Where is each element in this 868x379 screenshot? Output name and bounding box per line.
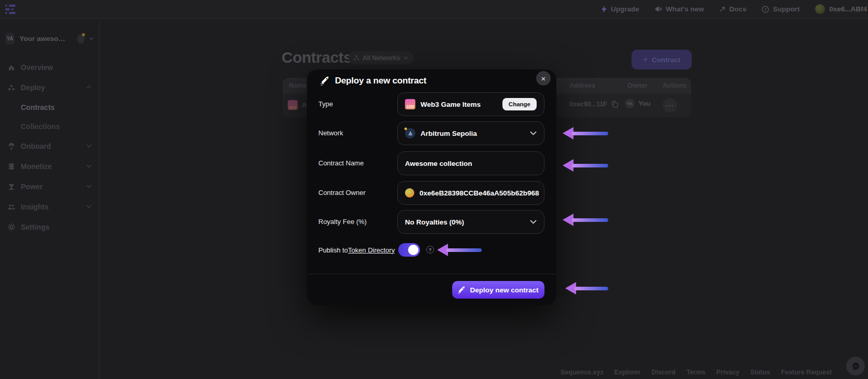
sidebar-item-label: Deploy xyxy=(21,83,45,92)
arbitrum-sepolia-icon xyxy=(405,128,415,138)
contract-owner-label: Contract Owner xyxy=(318,181,394,205)
chevron-down-icon xyxy=(86,205,92,208)
owner-avatar-icon xyxy=(405,188,414,198)
sidebar-item-label: Onboard xyxy=(21,142,51,150)
chevron-down-icon xyxy=(530,131,537,135)
chat-widget-button[interactable] xyxy=(846,357,865,375)
sidebar-item-label: Power xyxy=(21,183,43,191)
whats-new-label: What's new xyxy=(666,5,704,13)
wallet-menu[interactable]: 0xe6...ABf4 xyxy=(815,4,867,14)
topbar-nav: Upgrade What's new Docs ? Support 0xe6..… xyxy=(601,4,868,14)
chevron-up-icon xyxy=(86,86,92,89)
docs-label: Docs xyxy=(729,5,746,13)
type-field: 1155 Web3 Game Items Change xyxy=(397,92,544,116)
close-icon[interactable]: × xyxy=(536,71,551,86)
royalty-value: No Royalties (0%) xyxy=(405,218,464,226)
footer: Sequence.xyz Explorer Discord Terms Priv… xyxy=(561,369,832,376)
external-link-icon xyxy=(719,6,725,12)
token-directory-link[interactable]: Token Directory xyxy=(348,246,395,254)
support-button[interactable]: ? Support xyxy=(762,5,800,13)
column-header-address: Address xyxy=(569,82,595,89)
people-icon xyxy=(7,203,16,211)
contract-owner-field: 0xe6eB28398CCBe46aA505b62b968 xyxy=(397,181,544,205)
row-actions-button[interactable]: ··· xyxy=(663,98,677,113)
docs-link[interactable]: Docs xyxy=(719,5,746,13)
royalty-select[interactable]: No Royalties (0%) xyxy=(397,210,544,234)
sidebar-item-label: Collections xyxy=(21,122,60,131)
contract-name-value: Awesome collection xyxy=(405,160,472,167)
footer-link-sequence[interactable]: Sequence.xyz xyxy=(561,369,604,376)
sidebar-item-label: Insights xyxy=(21,203,49,211)
footer-link-feature-request[interactable]: Feature Request xyxy=(781,369,832,376)
support-label: Support xyxy=(773,5,800,13)
sidebar-item-overview[interactable]: Overview xyxy=(4,57,95,77)
footer-link-privacy[interactable]: Privacy xyxy=(717,369,739,376)
sidebar-item-monetize[interactable]: Monetize xyxy=(4,156,95,176)
question-circle-icon: ? xyxy=(762,6,769,13)
gear-icon xyxy=(7,223,16,231)
contract-owner-value: 0xe6eB28398CCBe46aA505b62b968 xyxy=(419,189,539,197)
sidebar-item-insights[interactable]: Insights xyxy=(4,196,95,217)
network-label: Network xyxy=(318,121,394,145)
sidebar-item-contracts[interactable]: Contracts xyxy=(4,97,95,117)
erc1155-icon: 1155 xyxy=(288,100,298,110)
sidebar-item-settings[interactable]: Settings xyxy=(4,217,95,237)
sidebar-item-deploy[interactable]: Deploy xyxy=(4,77,95,97)
chevron-down-icon xyxy=(89,37,94,40)
sidebar-nav: Overview Deploy Contracts Collections On… xyxy=(0,54,99,240)
new-contract-button[interactable]: + Contract xyxy=(632,50,692,69)
wallet-avatar xyxy=(815,4,825,14)
sidebar-item-label: Contracts xyxy=(21,103,54,111)
project-name: Your aweso… xyxy=(19,35,65,43)
footer-link-discord[interactable]: Discord xyxy=(651,369,676,376)
chevron-down-icon xyxy=(86,164,92,168)
coins-icon xyxy=(7,162,16,171)
network-select[interactable]: Arbitrum Sepolia xyxy=(397,121,544,145)
deploy-icon xyxy=(7,83,16,92)
network-filter[interactable]: All Networks xyxy=(348,51,413,64)
erc1155-icon: 1155 xyxy=(405,99,415,109)
footer-link-status[interactable]: Status xyxy=(750,369,770,376)
modal-title: Deploy a new contract xyxy=(335,76,426,86)
upgrade-button[interactable]: Upgrade xyxy=(601,5,639,13)
sidebar-item-onboard[interactable]: Onboard xyxy=(4,136,95,156)
sidebar-item-label: Settings xyxy=(21,223,49,231)
network-value: Arbitrum Sepolia xyxy=(421,130,477,137)
contract-address-text: 0xec90...11F xyxy=(569,101,607,108)
chevron-down-icon xyxy=(530,220,537,224)
deploy-contract-modal: Deploy a new contract × Type 1155 Web3 G… xyxy=(307,69,556,305)
app-screen: Upgrade What's new Docs ? Support 0xe6..… xyxy=(0,0,868,379)
column-header-actions: Actions xyxy=(663,82,687,89)
rocket-icon xyxy=(458,286,466,294)
topbar: Upgrade What's new Docs ? Support 0xe6..… xyxy=(0,0,868,19)
deploy-new-contract-button[interactable]: Deploy new contract xyxy=(452,281,544,299)
footer-link-terms[interactable]: Terms xyxy=(687,369,706,376)
copy-icon[interactable] xyxy=(611,101,618,108)
megaphone-icon xyxy=(655,6,662,12)
sequence-logo-icon[interactable] xyxy=(5,5,16,14)
plus-icon: + xyxy=(643,54,648,65)
help-icon[interactable]: ? xyxy=(426,246,434,254)
contract-name-label: Contract Name xyxy=(318,151,394,175)
change-type-button[interactable]: Change xyxy=(502,98,537,110)
parachute-icon xyxy=(7,142,16,150)
publish-toggle[interactable] xyxy=(398,243,420,257)
upgrade-label: Upgrade xyxy=(611,5,639,13)
lightning-icon xyxy=(601,6,607,13)
sidebar-item-label: Overview xyxy=(21,63,53,72)
sidebar-item-power[interactable]: Power xyxy=(4,176,95,196)
contract-name-input[interactable]: Awesome collection xyxy=(397,151,544,175)
modal-footer: Deploy new contract xyxy=(307,274,556,305)
network-filter-label: All Networks xyxy=(362,54,400,62)
anvil-icon xyxy=(7,183,16,191)
type-value: Web3 Game Items xyxy=(421,101,481,108)
sidebar: YA Your aweso… Overview Deploy Contracts… xyxy=(0,19,100,379)
sidebar-item-collections[interactable]: Collections xyxy=(4,117,95,136)
publish-label: Publish to xyxy=(318,246,348,254)
footer-link-explorer[interactable]: Explorer xyxy=(614,369,641,376)
svg-text:?: ? xyxy=(764,7,767,12)
royalty-label: Royalty Fee (%) xyxy=(318,210,394,234)
project-network-icon xyxy=(77,34,85,44)
project-selector[interactable]: YA Your aweso… xyxy=(0,19,99,54)
whats-new-button[interactable]: What's new xyxy=(655,5,704,13)
